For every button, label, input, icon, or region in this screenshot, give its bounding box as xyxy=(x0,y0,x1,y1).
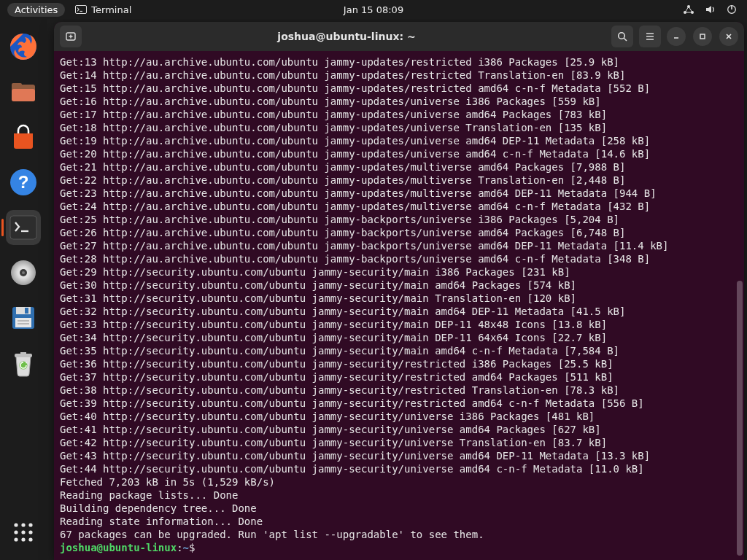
svg-point-29 xyxy=(14,530,18,534)
new-tab-button[interactable] xyxy=(60,26,82,47)
window-minimize-button[interactable] xyxy=(667,27,686,46)
volume-icon[interactable] xyxy=(705,4,716,15)
terminal-output: Get:13 http://au.archive.ubuntu.com/ubun… xyxy=(60,55,738,541)
svg-point-38 xyxy=(619,33,625,39)
activities-button[interactable]: Activities xyxy=(7,3,65,17)
dock-disks[interactable] xyxy=(6,255,41,290)
svg-point-26 xyxy=(14,523,18,526)
dock-help[interactable]: ? xyxy=(6,165,41,200)
scrollbar-thumb[interactable] xyxy=(737,281,743,556)
network-icon[interactable] xyxy=(683,4,694,15)
apps-grid-button[interactable] xyxy=(6,515,41,550)
svg-point-32 xyxy=(14,537,18,541)
svg-point-33 xyxy=(21,537,25,541)
svg-point-30 xyxy=(21,530,25,534)
terminal-window: joshua@ubuntu-linux: ~ Get:13 http://au.… xyxy=(54,22,744,560)
window-close-button[interactable] xyxy=(719,27,738,46)
svg-rect-20 xyxy=(25,308,28,314)
svg-rect-9 xyxy=(12,83,22,88)
clock[interactable]: Jan 15 08:09 xyxy=(344,4,403,15)
dock-firefox[interactable] xyxy=(6,29,41,64)
svg-point-28 xyxy=(28,523,32,526)
dock-trash[interactable] xyxy=(6,346,41,381)
dock-files[interactable] xyxy=(6,74,41,109)
terminal-headerbar: joshua@ubuntu-linux: ~ xyxy=(54,22,744,51)
svg-point-27 xyxy=(21,523,25,526)
svg-point-34 xyxy=(28,537,32,541)
svg-rect-10 xyxy=(12,89,35,101)
terminal-indicator-icon xyxy=(75,5,87,14)
svg-rect-44 xyxy=(700,34,705,39)
svg-line-39 xyxy=(624,38,627,41)
svg-text:?: ? xyxy=(18,172,29,192)
hamburger-menu-button[interactable] xyxy=(639,26,661,47)
svg-rect-13 xyxy=(10,216,36,239)
gnome-topbar: Activities Terminal Jan 15 08:09 xyxy=(0,0,747,19)
window-maximize-button[interactable] xyxy=(693,27,712,46)
dock: ? xyxy=(0,19,47,560)
svg-point-17 xyxy=(22,271,25,274)
terminal-prompt-line: joshua@ubuntu-linux:~$ xyxy=(60,541,738,554)
search-button[interactable] xyxy=(611,26,633,47)
svg-point-31 xyxy=(28,530,32,534)
svg-rect-21 xyxy=(15,318,31,327)
app-menu[interactable]: Terminal xyxy=(75,4,131,15)
dock-terminal[interactable] xyxy=(6,210,41,245)
terminal-scrollbar[interactable] xyxy=(737,55,743,556)
dock-save-tool[interactable] xyxy=(6,300,41,335)
svg-rect-0 xyxy=(76,6,87,14)
dock-software[interactable] xyxy=(6,120,41,155)
terminal-viewport[interactable]: Get:13 http://au.archive.ubuntu.com/ubun… xyxy=(54,51,744,560)
power-icon[interactable] xyxy=(727,4,737,15)
window-title: joshua@ubuntu-linux: ~ xyxy=(88,31,605,42)
app-menu-label: Terminal xyxy=(91,4,131,15)
